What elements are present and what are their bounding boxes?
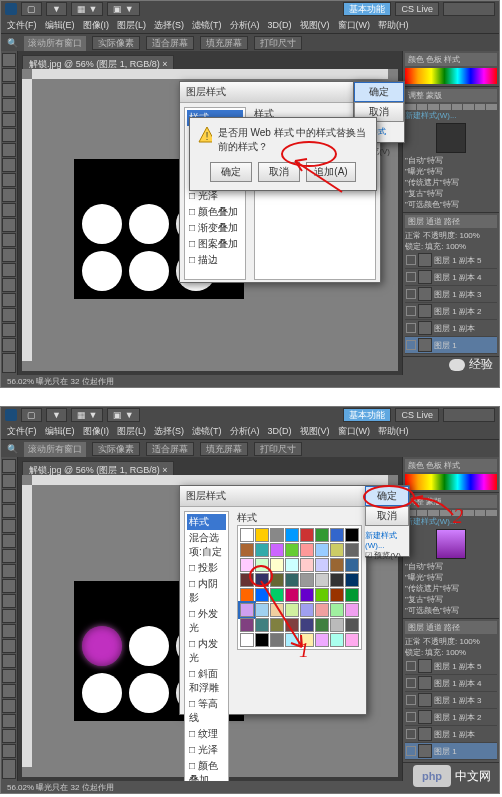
adjust-icon[interactable] bbox=[475, 104, 486, 110]
style-swatch[interactable] bbox=[240, 528, 254, 542]
style-swatch[interactable] bbox=[300, 528, 314, 542]
style-swatch[interactable] bbox=[270, 588, 284, 602]
style-swatch[interactable] bbox=[315, 588, 329, 602]
opt-fit-screen[interactable]: 适合屏幕 bbox=[146, 36, 194, 50]
menu-select[interactable]: 选择(S) bbox=[154, 19, 184, 32]
style-swatch[interactable] bbox=[330, 633, 344, 647]
blend-mode[interactable]: 正常 bbox=[405, 230, 421, 241]
opt-scroll-all[interactable]: 滚动所有窗口 bbox=[24, 36, 86, 51]
style-swatch[interactable] bbox=[300, 558, 314, 572]
heal-tool[interactable] bbox=[2, 143, 16, 157]
style-cat[interactable]: 混合选项:自定 bbox=[187, 530, 226, 560]
menu-window[interactable]: 窗口(W) bbox=[338, 19, 371, 32]
style-swatch[interactable] bbox=[285, 618, 299, 632]
menu-layer[interactable]: 图层(L) bbox=[117, 19, 146, 32]
type-tool[interactable] bbox=[2, 278, 16, 292]
ok-button[interactable]: 确定 bbox=[354, 82, 404, 102]
eyedropper-tool[interactable] bbox=[2, 128, 16, 142]
alert-cancel[interactable]: 取消 bbox=[258, 162, 300, 182]
menu-file[interactable]: 文件(F) bbox=[7, 425, 37, 438]
style-swatch[interactable] bbox=[285, 543, 299, 557]
menu-view[interactable]: 视图(V) bbox=[300, 425, 330, 438]
lasso-tool[interactable] bbox=[2, 83, 16, 97]
blend-mode[interactable]: 正常 bbox=[405, 636, 421, 647]
style-swatch[interactable] bbox=[285, 603, 299, 617]
style-swatch[interactable] bbox=[270, 573, 284, 587]
style-swatch[interactable] bbox=[300, 543, 314, 557]
adjust-preset[interactable]: "自动"特写 bbox=[405, 155, 497, 166]
visibility-icon[interactable] bbox=[406, 661, 416, 671]
visibility-icon[interactable] bbox=[406, 323, 416, 333]
heal-tool[interactable] bbox=[2, 549, 16, 563]
style-swatch[interactable] bbox=[240, 588, 254, 602]
move-tool[interactable] bbox=[2, 459, 16, 473]
view-mode[interactable]: ▢ bbox=[21, 2, 42, 16]
color-spectrum[interactable] bbox=[405, 474, 497, 490]
wand-tool[interactable] bbox=[2, 98, 16, 112]
panel-tab-adjust[interactable]: 调整 bbox=[408, 496, 424, 507]
menu-edit[interactable]: 编辑(E) bbox=[45, 19, 75, 32]
style-swatch[interactable] bbox=[315, 618, 329, 632]
lasso-tool[interactable] bbox=[2, 489, 16, 503]
panel-tab-layers[interactable]: 图层 bbox=[408, 622, 424, 633]
style-swatch[interactable] bbox=[240, 603, 254, 617]
style-swatch[interactable] bbox=[330, 543, 344, 557]
style-swatch[interactable] bbox=[255, 543, 269, 557]
zoom-tool[interactable] bbox=[2, 744, 16, 758]
style-swatch[interactable] bbox=[345, 528, 359, 542]
visibility-icon[interactable] bbox=[406, 712, 416, 722]
style-cat[interactable]: 样式 bbox=[187, 514, 226, 530]
hand-tool[interactable] bbox=[2, 729, 16, 743]
style-swatch[interactable] bbox=[240, 618, 254, 632]
style-swatch[interactable] bbox=[345, 618, 359, 632]
style-swatch[interactable] bbox=[285, 573, 299, 587]
panel-tab-color[interactable]: 颜色 bbox=[408, 54, 424, 65]
panel-tab-swatches[interactable]: 色板 bbox=[426, 460, 442, 471]
style-swatch[interactable] bbox=[285, 633, 299, 647]
search-input[interactable] bbox=[443, 408, 495, 422]
style-swatch[interactable] bbox=[330, 558, 344, 572]
menu-view[interactable]: 视图(V) bbox=[300, 19, 330, 32]
opt-fit-screen[interactable]: 适合屏幕 bbox=[146, 442, 194, 456]
style-cat[interactable]: □ 颜色叠加 bbox=[187, 204, 243, 220]
new-style-link[interactable]: 新建样式(W)... bbox=[365, 530, 409, 550]
color-spectrum[interactable] bbox=[405, 68, 497, 84]
menu-image[interactable]: 图像(I) bbox=[83, 19, 110, 32]
style-swatch[interactable] bbox=[300, 603, 314, 617]
opt-fill-screen[interactable]: 填充屏幕 bbox=[200, 442, 248, 456]
style-swatch[interactable] bbox=[315, 603, 329, 617]
style-cat[interactable]: □ 内阴影 bbox=[187, 576, 226, 606]
adjust-icon[interactable] bbox=[475, 510, 486, 516]
visibility-icon[interactable] bbox=[406, 289, 416, 299]
style-swatch[interactable] bbox=[315, 543, 329, 557]
stamp-tool[interactable] bbox=[2, 173, 16, 187]
style-swatch[interactable] bbox=[270, 528, 284, 542]
style-swatch[interactable] bbox=[255, 573, 269, 587]
visibility-icon[interactable] bbox=[406, 340, 416, 350]
hand-tool[interactable] bbox=[2, 323, 16, 337]
style-cat[interactable]: □ 内发光 bbox=[187, 636, 226, 666]
visibility-icon[interactable] bbox=[406, 306, 416, 316]
layer-row[interactable]: 图层 1 副本 3 bbox=[405, 286, 497, 303]
visibility-icon[interactable] bbox=[406, 272, 416, 282]
layer-row[interactable]: 图层 1 副本 4 bbox=[405, 675, 497, 692]
style-swatch[interactable] bbox=[345, 558, 359, 572]
style-cat[interactable]: □ 描边 bbox=[187, 252, 243, 268]
marquee-tool[interactable] bbox=[2, 474, 16, 488]
style-swatch[interactable] bbox=[330, 603, 344, 617]
panel-tab-channels[interactable]: 通道 bbox=[426, 216, 442, 227]
panel-tab-styles[interactable]: 样式 bbox=[444, 460, 460, 471]
adjust-preset[interactable]: "可选颜色"特写 bbox=[405, 199, 497, 210]
layer-row[interactable]: 图层 1 副本 bbox=[405, 726, 497, 743]
style-cat[interactable]: □ 渐变叠加 bbox=[187, 220, 243, 236]
opt-actual-pixels[interactable]: 实际像素 bbox=[92, 442, 140, 456]
style-swatch[interactable] bbox=[240, 573, 254, 587]
panel-tab-color[interactable]: 颜色 bbox=[408, 460, 424, 471]
menu-edit[interactable]: 编辑(E) bbox=[45, 425, 75, 438]
menu-analysis[interactable]: 分析(A) bbox=[230, 19, 260, 32]
alert-append[interactable]: 追加(A) bbox=[306, 162, 356, 182]
eraser-tool[interactable] bbox=[2, 203, 16, 217]
menu-window[interactable]: 窗口(W) bbox=[338, 425, 371, 438]
stamp-tool[interactable] bbox=[2, 579, 16, 593]
path-tool[interactable] bbox=[2, 699, 16, 713]
